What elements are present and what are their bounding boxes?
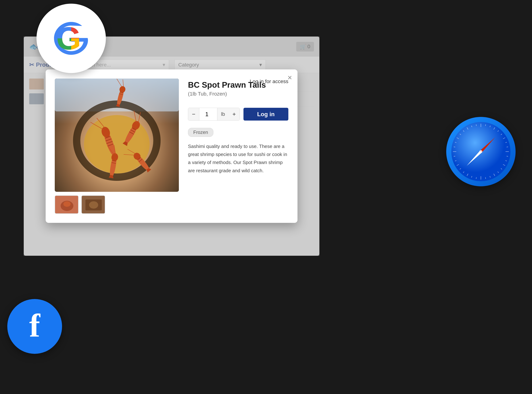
facebook-overlay: f	[7, 299, 62, 354]
decrease-button[interactable]: −	[188, 108, 199, 120]
svg-point-92	[479, 150, 482, 153]
shrimp-illustration	[55, 78, 179, 192]
safari-compass	[451, 121, 511, 182]
svg-point-46	[89, 201, 98, 209]
login-access-text: Log in for access	[250, 78, 288, 84]
google-overlay: G G	[36, 4, 106, 73]
safari-overlay	[446, 117, 516, 186]
shrimp-background	[55, 78, 179, 192]
quantity-unit: lb	[217, 108, 229, 120]
google-logo: G G	[51, 18, 91, 58]
product-subtitle: (1lb Tub, Frozen)	[188, 91, 288, 97]
frozen-badge: Frozen	[188, 128, 213, 137]
quantity-control: − lb +	[188, 108, 240, 120]
thumbnail-row	[55, 195, 179, 214]
main-product-image	[55, 78, 179, 192]
thumbnail-2[interactable]	[81, 195, 105, 214]
svg-line-83	[454, 156, 455, 156]
product-description: Sashimi quality and ready to use. These …	[188, 142, 288, 175]
quantity-input[interactable]	[199, 108, 217, 120]
facebook-logo: f	[29, 307, 40, 344]
product-image-section	[55, 78, 179, 214]
login-button[interactable]: Log in	[243, 108, 288, 120]
product-modal: × Log in for access	[46, 69, 298, 223]
svg-rect-51	[51, 38, 71, 58]
svg-point-43	[63, 201, 71, 207]
quantity-row: − lb + Log in	[188, 108, 288, 120]
svg-line-72	[507, 156, 508, 156]
svg-line-71	[507, 147, 508, 147]
svg-line-84	[454, 147, 455, 147]
thumbnail-1[interactable]	[55, 195, 78, 214]
increase-button[interactable]: +	[229, 108, 240, 120]
product-info-section: BC Spot Prawn Tails (1lb Tub, Frozen) − …	[188, 78, 288, 214]
modal-body: BC Spot Prawn Tails (1lb Tub, Frozen) − …	[55, 78, 288, 214]
